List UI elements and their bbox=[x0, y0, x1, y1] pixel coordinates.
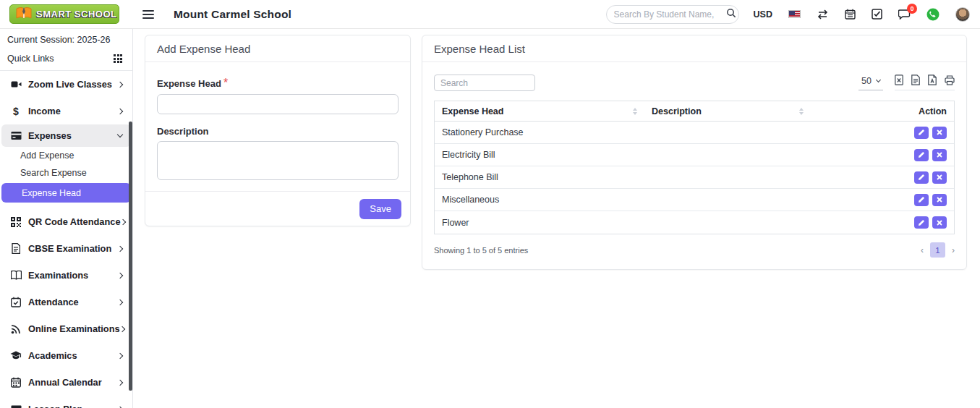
table-row: Miscellaneous bbox=[435, 189, 954, 211]
pdf-export-icon[interactable] bbox=[928, 75, 937, 85]
sidebar-item-lesson-plan[interactable]: Lesson Plan bbox=[0, 396, 132, 408]
delete-button[interactable] bbox=[932, 194, 947, 206]
table-header-row: Expense Head Description Action bbox=[435, 101, 954, 122]
delete-button[interactable] bbox=[932, 216, 947, 229]
search-icon[interactable] bbox=[726, 8, 736, 21]
column-header-description[interactable]: Description bbox=[644, 106, 811, 116]
chevron-right-icon bbox=[117, 108, 123, 114]
add-expense-head-card: Add Expense Head Expense Head* Descripti… bbox=[145, 35, 411, 226]
edit-button[interactable] bbox=[914, 194, 929, 206]
chevron-right-icon bbox=[117, 245, 123, 251]
hamburger-menu-icon[interactable] bbox=[142, 10, 154, 19]
sort-icon[interactable] bbox=[799, 108, 804, 115]
excel-export-icon[interactable] bbox=[895, 75, 903, 85]
school-name-title: Mount Carmel School bbox=[174, 8, 291, 21]
sort-icon[interactable] bbox=[633, 108, 637, 115]
column-header-expense-head[interactable]: Expense Head bbox=[435, 106, 644, 116]
chevron-right-icon bbox=[117, 81, 123, 87]
user-avatar[interactable] bbox=[955, 7, 970, 22]
table-footer: Showing 1 to 5 of 5 entries ‹ 1 › bbox=[422, 234, 966, 265]
table-row: Flower bbox=[435, 211, 954, 234]
expense-head-label: Expense Head bbox=[157, 78, 221, 89]
print-icon[interactable] bbox=[945, 75, 955, 85]
pagination-prev[interactable]: ‹ bbox=[921, 246, 924, 255]
book-icon bbox=[10, 271, 22, 280]
expense-head-cell: Electricity Bill bbox=[435, 150, 644, 160]
sidebar-item-cbse-examination[interactable]: CBSE Examination bbox=[0, 235, 132, 262]
edit-button[interactable] bbox=[914, 127, 929, 139]
sidebar-subitem-add-expense[interactable]: Add Expense bbox=[0, 147, 132, 164]
top-header: SMART SCHOOL Mount Carmel School USD bbox=[0, 0, 980, 29]
student-search bbox=[606, 5, 739, 24]
add-card-footer: Save bbox=[145, 191, 410, 226]
sidebar-item-zoom-live-classes[interactable]: Zoom Live Classes bbox=[0, 71, 132, 98]
expense-head-cell: Telephone Bill bbox=[435, 172, 644, 182]
video-icon bbox=[10, 79, 22, 90]
currency-label[interactable]: USD bbox=[754, 9, 772, 20]
session-switch-icon[interactable] bbox=[817, 9, 829, 20]
action-cell bbox=[811, 149, 954, 161]
message-count-badge: 0 bbox=[907, 4, 917, 14]
qr-code-icon bbox=[10, 217, 22, 227]
student-search-input[interactable] bbox=[614, 9, 726, 20]
book-pen-icon bbox=[16, 7, 32, 22]
chevron-down-icon bbox=[876, 77, 881, 82]
table-search-input[interactable] bbox=[434, 75, 535, 91]
apps-grid-icon[interactable] bbox=[114, 54, 122, 63]
whatsapp-icon[interactable] bbox=[926, 8, 939, 21]
calendar-icon[interactable] bbox=[845, 9, 856, 20]
delete-button[interactable] bbox=[932, 149, 947, 161]
chevron-right-icon bbox=[119, 218, 125, 224]
rss-icon bbox=[10, 324, 22, 334]
action-cell bbox=[811, 127, 954, 139]
expense-head-input[interactable] bbox=[157, 94, 399, 114]
page-size-select[interactable]: 50 bbox=[858, 75, 883, 90]
chevron-right-icon bbox=[117, 272, 123, 278]
action-cell bbox=[811, 194, 954, 206]
chevron-down-icon bbox=[117, 132, 123, 137]
messages-icon[interactable]: 0 bbox=[898, 9, 911, 20]
delete-button[interactable] bbox=[932, 127, 947, 139]
calendar-check-icon bbox=[10, 297, 22, 307]
sidebar-scrollbar[interactable] bbox=[129, 122, 132, 391]
pagination-page-1[interactable]: 1 bbox=[930, 242, 945, 258]
sidebar-item-attendance[interactable]: Attendance bbox=[0, 289, 132, 315]
delete-button[interactable] bbox=[932, 171, 947, 184]
sidebar-subitem-expense-head[interactable]: Expense Head bbox=[1, 183, 131, 203]
dollar-icon: $ bbox=[10, 106, 22, 116]
sidebar: Current Session: 2025-26 Quick Links Zoo… bbox=[0, 29, 133, 408]
edit-button[interactable] bbox=[914, 216, 929, 229]
page: SMART SCHOOL Mount Carmel School USD bbox=[0, 0, 980, 408]
sidebar-subitem-search-expense[interactable]: Search Expense bbox=[0, 164, 132, 182]
sidebar-item-income[interactable]: $ Income bbox=[0, 98, 132, 124]
sidebar-item-online-examinations[interactable]: Online Examinations bbox=[0, 315, 132, 342]
save-button[interactable]: Save bbox=[359, 199, 401, 219]
board-icon bbox=[10, 405, 22, 408]
chevron-right-icon bbox=[119, 326, 124, 331]
sidebar-item-annual-calendar[interactable]: Annual Calendar bbox=[0, 369, 132, 396]
action-cell bbox=[811, 216, 954, 229]
logo-text: SMART SCHOOL bbox=[36, 9, 116, 20]
sidebar-item-academics[interactable]: Academics bbox=[0, 342, 132, 369]
csv-export-icon[interactable] bbox=[911, 75, 920, 85]
sidebar-item-expenses[interactable]: Expenses bbox=[1, 124, 131, 147]
expense-head-cell: Miscellaneous bbox=[435, 195, 644, 205]
edit-button[interactable] bbox=[914, 149, 929, 161]
graduation-cap-icon bbox=[10, 351, 22, 360]
language-flag-icon[interactable] bbox=[788, 10, 801, 18]
chevron-right-icon bbox=[117, 299, 123, 305]
sidebar-item-examinations[interactable]: Examinations bbox=[0, 262, 132, 289]
add-expense-form: Expense Head* Description bbox=[145, 62, 410, 183]
description-textarea[interactable] bbox=[157, 141, 399, 180]
smart-school-logo[interactable]: SMART SCHOOL bbox=[9, 4, 119, 24]
document-icon bbox=[10, 243, 22, 254]
quick-links-row[interactable]: Quick Links bbox=[0, 48, 132, 71]
description-label: Description bbox=[157, 126, 399, 137]
list-controls: 50 bbox=[422, 62, 966, 91]
edit-button[interactable] bbox=[914, 171, 929, 184]
pagination-next[interactable]: › bbox=[952, 246, 955, 255]
card-icon bbox=[10, 131, 22, 140]
task-check-icon[interactable] bbox=[872, 9, 882, 20]
sidebar-item-qr-code-attendance[interactable]: QR Code Attendance bbox=[0, 208, 132, 235]
table-row: Stationery Purchase bbox=[435, 122, 954, 144]
